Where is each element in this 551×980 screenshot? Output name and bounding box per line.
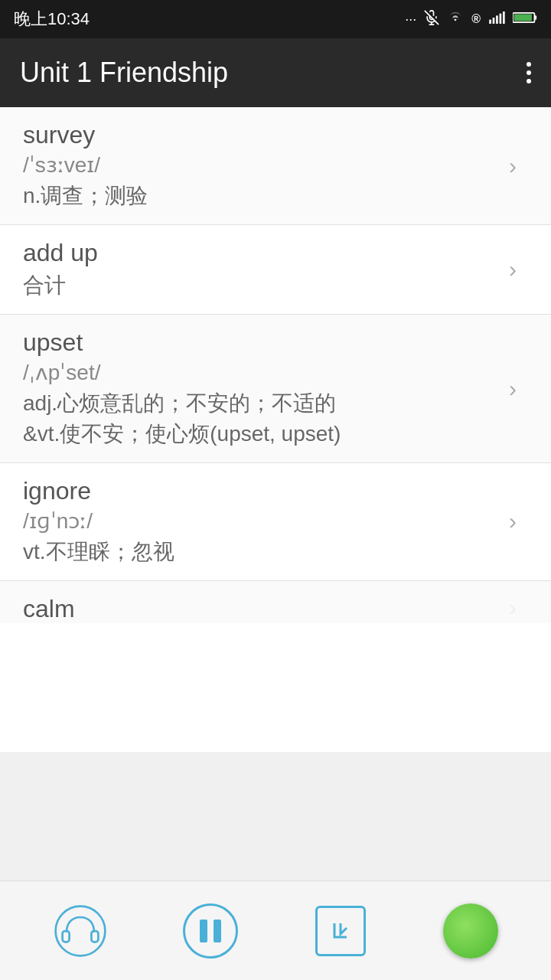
pause-circle [183, 903, 238, 959]
download-square [315, 906, 366, 956]
more-options-button[interactable] [527, 62, 531, 83]
word-chinese: 合计 [23, 270, 490, 300]
signal-icon [488, 11, 505, 28]
word-chinese: n.调查；测验 [23, 181, 490, 211]
list-item-partial[interactable]: calm › [0, 581, 551, 623]
list-item[interactable]: ignore /ɪɡˈnɔː/ vt.不理睬；忽视 › [0, 463, 551, 581]
mute-icon [424, 10, 439, 29]
time-display: 晚上10:34 [14, 8, 90, 31]
pause-button[interactable] [176, 897, 245, 965]
ellipsis-icon: ··· [405, 11, 416, 28]
svg-rect-12 [63, 931, 70, 942]
word-list: survey /ˈsɜːveɪ/ n.调查；测验 › add up 合计 › u… [0, 107, 551, 752]
svg-rect-3 [489, 19, 491, 23]
app-bar: Unit 1 Friendship [0, 38, 551, 107]
pause-bar-right [214, 920, 221, 942]
svg-rect-7 [503, 11, 505, 24]
pause-bar-left [200, 920, 207, 942]
word-english: add up [23, 239, 490, 267]
chevron-area: › [490, 239, 536, 300]
chat-bubble-icon [443, 903, 498, 959]
svg-rect-4 [493, 18, 495, 24]
bottom-nav [0, 880, 551, 980]
download-button[interactable] [306, 897, 375, 965]
registered-icon: ® [471, 12, 481, 26]
svg-rect-5 [496, 15, 498, 24]
word-content-addup: add up 合计 [23, 239, 490, 300]
svg-rect-6 [500, 13, 502, 23]
chevron-right-icon: › [509, 153, 517, 179]
word-chinese: adj.心烦意乱的；不安的；不适的 &vt.使不安；使心烦(upset, ups… [23, 388, 490, 448]
chevron-right-icon: › [509, 595, 517, 621]
chevron-right-icon: › [509, 256, 517, 283]
word-content-survey: survey /ˈsɜːveɪ/ n.调查；测验 [23, 121, 490, 211]
chevron-area: › [490, 477, 536, 567]
chevron-area: › [490, 121, 536, 211]
status-icons: ··· ® [405, 10, 537, 29]
word-english: calm [23, 595, 490, 623]
list-item[interactable]: upset /ˌʌpˈset/ adj.心烦意乱的；不安的；不适的 &vt.使不… [0, 315, 551, 462]
page-title: Unit 1 Friendship [20, 57, 228, 89]
chevron-right-icon: › [509, 376, 517, 402]
status-bar: 晚上10:34 ··· ® [0, 0, 551, 38]
spacer [0, 752, 551, 880]
svg-rect-9 [534, 15, 536, 19]
battery-icon [513, 11, 537, 28]
word-content-ignore: ignore /ɪɡˈnɔː/ vt.不理睬；忽视 [23, 477, 490, 567]
chevron-area: › [490, 328, 536, 448]
word-english: upset [23, 328, 490, 357]
svg-rect-13 [91, 931, 98, 942]
word-phonetic: /ɪɡˈnɔː/ [23, 508, 490, 534]
word-chinese: vt.不理睬；忽视 [23, 537, 490, 567]
wifi-icon [447, 11, 464, 28]
svg-rect-10 [514, 14, 532, 21]
chat-button[interactable] [436, 897, 505, 965]
word-english: survey [23, 121, 490, 149]
chevron-area: › [490, 595, 536, 621]
word-english: ignore [23, 477, 490, 505]
word-phonetic: /ˌʌpˈset/ [23, 360, 490, 385]
word-phonetic: /ˈsɜːveɪ/ [23, 152, 490, 178]
word-content-calm: calm [23, 595, 490, 623]
list-item[interactable]: add up 合计 › [0, 225, 551, 315]
headphone-button[interactable] [46, 897, 115, 965]
chevron-right-icon: › [509, 508, 517, 534]
list-item[interactable]: survey /ˈsɜːveɪ/ n.调查；测验 › [0, 107, 551, 225]
word-content-upset: upset /ˌʌpˈset/ adj.心烦意乱的；不安的；不适的 &vt.使不… [23, 328, 490, 448]
